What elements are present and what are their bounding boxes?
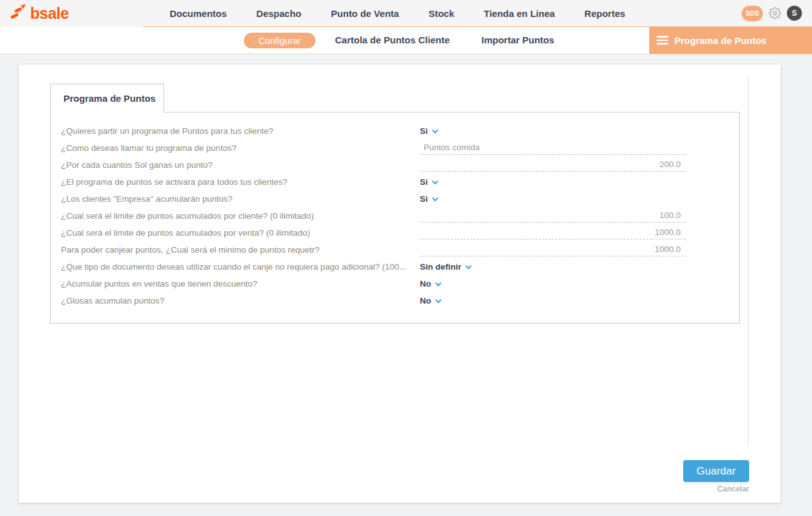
content-card: Programa de Puntos ¿Quieres partir un pr… (19, 65, 781, 503)
top-right-controls: SOS S (742, 0, 802, 26)
bsale-logo[interactable]: bsale (10, 4, 69, 21)
chevron-down-icon (432, 195, 438, 201)
tab-cartola-de-puntos[interactable]: Cartola de Puntos Cliente (335, 35, 450, 45)
nav-tienda-en-linea[interactable]: Tienda en Linea (484, 8, 555, 19)
min-points-redeem-input[interactable] (420, 243, 686, 256)
select-all-clients[interactable]: Si (420, 177, 437, 187)
panel-tab-programa-de-puntos[interactable]: Programa de Puntos (50, 84, 164, 113)
nav-documentos[interactable]: Documentos (170, 8, 227, 19)
limit-per-client-input[interactable] (420, 209, 686, 222)
context-header[interactable]: Programa de Puntos (649, 26, 812, 54)
question-discount-sales: ¿Acumular puntos en ventas que tienen de… (61, 279, 420, 288)
form-row: ¿Glosas acumulan puntos? No (61, 292, 739, 309)
main-nav: Documentos Despacho Punto de Venta Stock… (170, 0, 625, 26)
user-avatar[interactable]: S (787, 6, 802, 21)
cancel-link[interactable]: Cancelar (717, 485, 749, 493)
points-program-form: ¿Quieres partir un programa de Puntos pa… (50, 112, 740, 324)
form-row: ¿Los clientes "Empresa" acumularán punto… (61, 190, 739, 207)
tab-configurar[interactable]: Configurar (244, 33, 315, 48)
settings-button[interactable] (769, 7, 781, 19)
select-document-type[interactable]: Sin definir (420, 262, 471, 272)
menu-icon (657, 36, 668, 45)
question-document-type: ¿Que tipo de documento deseas utilizar c… (61, 262, 420, 272)
gear-icon (769, 7, 781, 19)
question-start-program: ¿Quieres partir un programa de Puntos pa… (61, 126, 420, 136)
save-button[interactable]: Guardar (683, 460, 749, 482)
question-program-name: ¿Como deseas llamar tu programa de punto… (61, 143, 420, 153)
chevron-down-icon (432, 127, 438, 133)
nav-stock[interactable]: Stock (429, 8, 454, 19)
bsale-wordmark: bsale (30, 5, 69, 21)
chevron-down-icon (466, 263, 472, 269)
form-row: ¿Que tipo de documento deseas utilizar c… (61, 258, 739, 275)
form-row: ¿El programa de puntos se activara para … (61, 173, 739, 190)
nav-punto-de-venta[interactable]: Punto de Venta (331, 8, 399, 19)
question-sol-per-point: ¿Por cada cuantos Sol ganas un punto? (61, 160, 420, 170)
form-row: ¿Acumular puntos en ventas que tienen de… (61, 275, 739, 292)
context-title: Programa de Puntos (674, 35, 767, 46)
vertical-divider (748, 75, 749, 446)
form-row: Para poder canjear puntos, ¿Cual será el… (61, 241, 739, 258)
form-row: ¿Cual será el limite de puntos acumulado… (61, 207, 739, 224)
program-name-input[interactable] (420, 141, 686, 155)
chevron-down-icon (436, 280, 442, 286)
select-discount-sales[interactable]: No (420, 279, 441, 288)
select-value: Si (420, 194, 428, 204)
select-empresa-clients[interactable]: Si (420, 194, 437, 204)
select-glosas[interactable]: No (420, 296, 441, 305)
sub-nav: Configurar Cartola de Puntos Cliente Imp… (0, 27, 812, 54)
form-row: ¿Cual será el limite de puntos acumulado… (61, 224, 739, 241)
select-value: Si (420, 126, 428, 136)
chevron-down-icon (432, 178, 438, 184)
tab-importar-puntos[interactable]: Importar Puntos (481, 35, 554, 45)
question-all-clients: ¿El programa de puntos se activara para … (61, 177, 420, 187)
nav-despacho[interactable]: Despacho (256, 8, 302, 19)
question-limit-per-client: ¿Cual será el limite de puntos acumulado… (61, 211, 420, 221)
top-bar: bsale Documentos Despacho Punto de Venta… (0, 0, 812, 26)
nav-reportes[interactable]: Reportes (584, 8, 625, 19)
select-value: No (420, 279, 431, 288)
question-min-points-redeem: Para poder canjear puntos, ¿Cual será el… (61, 245, 420, 255)
chevron-down-icon (436, 297, 442, 303)
form-row: ¿Por cada cuantos Sol ganas un punto? (61, 156, 739, 173)
bsale-logo-icon (10, 4, 26, 21)
select-value: Sin definir (420, 262, 461, 272)
select-value: Si (420, 177, 428, 187)
select-value: No (420, 296, 431, 305)
form-row: ¿Como deseas llamar tu programa de punto… (61, 140, 739, 156)
sol-per-point-input[interactable] (420, 158, 686, 172)
form-row: ¿Quieres partir un programa de Puntos pa… (61, 123, 739, 140)
limit-per-sale-input[interactable] (420, 226, 686, 239)
question-limit-per-sale: ¿Cual será el limite de puntos acumulado… (61, 228, 420, 238)
question-glosas: ¿Glosas acumulan puntos? (61, 296, 420, 305)
sos-badge[interactable]: SOS (742, 6, 763, 21)
select-start-program[interactable]: Si (420, 126, 437, 136)
question-empresa-clients: ¿Los clientes "Empresa" acumularán punto… (61, 194, 420, 204)
